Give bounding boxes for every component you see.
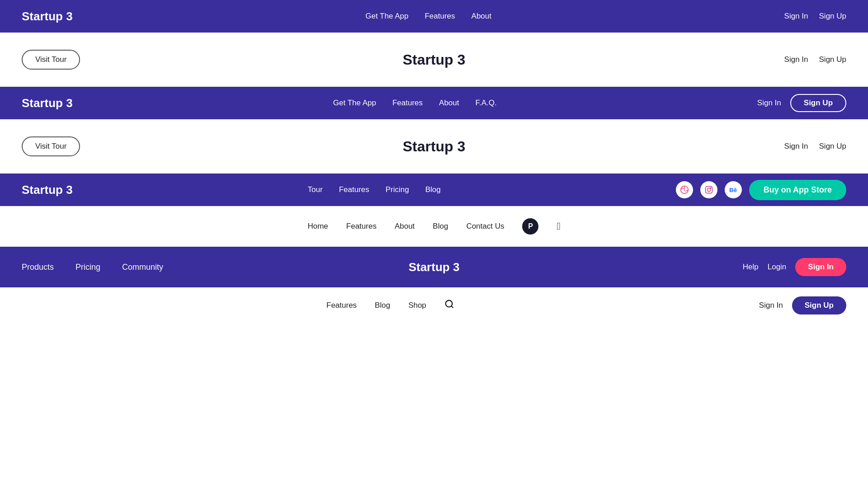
nav-w4-features[interactable]: Features — [326, 301, 357, 310]
svg-point-4 — [446, 300, 453, 307]
brand-row1: Startup 3 — [22, 9, 73, 23]
nav-white3: Home Features About Blog Contact Us P  — [22, 218, 846, 235]
sign-up-btn-white4[interactable]: Sign Up — [792, 296, 846, 314]
nav-w3-blog[interactable]: Blog — [433, 222, 448, 231]
search-icon[interactable] — [444, 299, 454, 312]
brand-row3: Startup 3 — [22, 183, 73, 197]
sign-in-white4[interactable]: Sign In — [759, 301, 783, 310]
nav-end-row3: Bē Buy on App Store — [676, 180, 846, 200]
login-link[interactable]: Login — [768, 263, 787, 272]
sign-pair-2: Sign In Sign Up — [784, 142, 846, 151]
nav3-tour[interactable]: Tour — [308, 185, 323, 194]
nav-w4-shop[interactable]: Shop — [408, 301, 426, 310]
product-hunt-icon[interactable]: P — [522, 218, 538, 235]
nav-w4-blog[interactable]: Blog — [375, 301, 390, 310]
nav2-features[interactable]: Features — [392, 99, 423, 107]
behance-icon[interactable]: Bē — [725, 181, 742, 198]
sign-up-btn-row2[interactable]: Sign Up — [790, 94, 846, 112]
nav-end-row4: Help Login Sign In — [743, 258, 846, 276]
brand-row2: Startup 3 — [22, 96, 73, 110]
navbar-row2: Startup 3 Get The App Features About F.A… — [0, 87, 868, 119]
svg-rect-1 — [705, 187, 712, 193]
nav3-pricing[interactable]: Pricing — [386, 185, 409, 194]
nav-w3-about[interactable]: About — [395, 222, 415, 231]
svg-point-2 — [707, 188, 711, 192]
logo-white-2: Startup 3 — [403, 138, 466, 155]
sign-up-row1[interactable]: Sign Up — [819, 12, 846, 21]
white-strip-2: Visit Tour Startup 3 Sign In Sign Up — [0, 119, 868, 174]
instagram-icon[interactable] — [700, 181, 717, 198]
svg-point-3 — [710, 188, 711, 188]
nav2-about[interactable]: About — [439, 99, 459, 107]
visit-tour-btn-1[interactable]: Visit Tour — [22, 50, 80, 70]
sign-pair-1: Sign In Sign Up — [784, 55, 846, 64]
nav-row3: Tour Features Pricing Blog — [308, 185, 441, 194]
nav-end-row1: Sign In Sign Up — [784, 12, 846, 21]
nav-about[interactable]: About — [472, 12, 491, 20]
nav-w3-features[interactable]: Features — [346, 222, 377, 231]
nav-white4: Features Blog Shop — [22, 299, 759, 312]
white-strip-1: Visit Tour Startup 3 Sign In Sign Up — [0, 33, 868, 87]
buy-app-store-btn[interactable]: Buy on App Store — [749, 180, 846, 200]
nav-end-row2: Sign In Sign Up — [757, 94, 846, 112]
white-strip-3: Home Features About Blog Contact Us P  — [0, 206, 868, 247]
nav2-faq[interactable]: F.A.Q. — [476, 99, 497, 107]
sign-pair-white4: Sign In Sign Up — [759, 296, 846, 314]
sign-in-row2[interactable]: Sign In — [757, 99, 781, 108]
nav2-get-the-app[interactable]: Get The App — [333, 99, 376, 107]
nav4-products[interactable]: Products — [22, 263, 54, 272]
navbar-row1: Startup 3 Get The App Features About Sig… — [0, 0, 868, 33]
sign-in-white1[interactable]: Sign In — [784, 55, 808, 64]
logo-row4: Startup 3 — [409, 260, 460, 274]
svg-line-5 — [451, 306, 453, 308]
sign-up-white1[interactable]: Sign Up — [819, 55, 846, 64]
visit-tour-btn-2[interactable]: Visit Tour — [22, 136, 80, 156]
navbar-row4: Products Pricing Community Startup 3 Hel… — [0, 247, 868, 287]
apple-icon[interactable]:  — [557, 221, 560, 232]
nav-row2: Get The App Features About F.A.Q. — [333, 99, 497, 108]
nav-row4: Products Pricing Community — [22, 263, 163, 272]
nav3-features[interactable]: Features — [339, 185, 369, 194]
help-link[interactable]: Help — [743, 263, 759, 272]
nav4-pricing[interactable]: Pricing — [75, 263, 100, 272]
dribbble-icon[interactable] — [676, 181, 693, 198]
nav-w3-home[interactable]: Home — [307, 222, 328, 231]
nav-get-the-app[interactable]: Get The App — [365, 12, 408, 20]
navbar-row3: Startup 3 Tour Features Pricing Blog Bē … — [0, 174, 868, 206]
sign-in-row1[interactable]: Sign In — [784, 12, 808, 21]
nav-w3-contact[interactable]: Contact Us — [466, 222, 504, 231]
nav4-community[interactable]: Community — [122, 263, 163, 272]
nav-features[interactable]: Features — [425, 12, 455, 20]
sign-in-btn-row4[interactable]: Sign In — [795, 258, 846, 276]
sign-up-white2[interactable]: Sign Up — [819, 142, 846, 151]
nav3-blog[interactable]: Blog — [425, 185, 441, 194]
sign-in-white2[interactable]: Sign In — [784, 142, 808, 151]
nav-row1: Get The App Features About — [365, 12, 491, 21]
white-strip-4: Features Blog Shop Sign In Sign Up — [0, 287, 868, 324]
logo-white-1: Startup 3 — [403, 52, 466, 68]
